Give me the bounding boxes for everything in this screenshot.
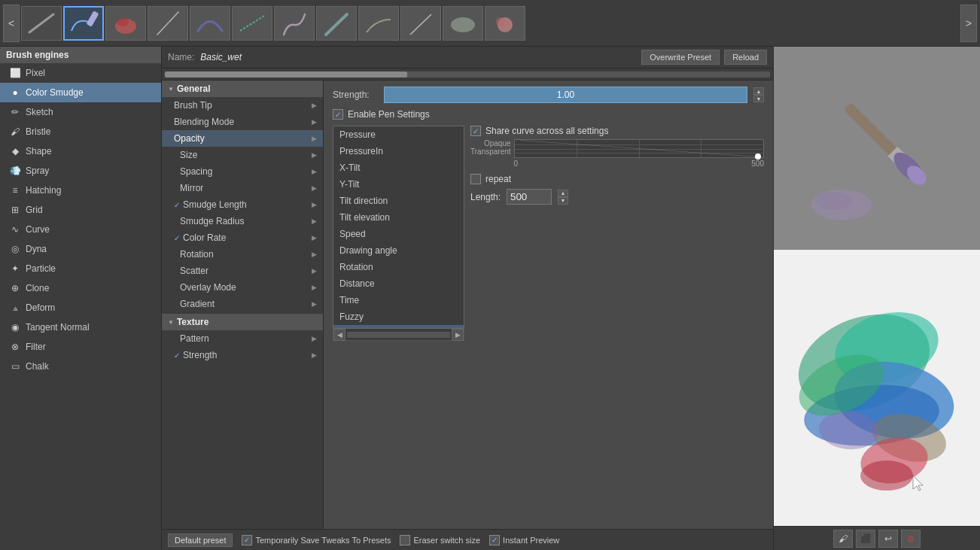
filter-icon: ⊗ [9, 341, 21, 353]
instant-preview-checkbox[interactable] [489, 535, 500, 545]
sidebar-item-sketch[interactable]: ✏ Sketch [0, 102, 161, 122]
length-input[interactable] [507, 189, 552, 205]
input-x-tilt[interactable]: X-Tilt [333, 160, 464, 176]
sidebar-item-dyna[interactable]: ◎ Dyna [0, 239, 161, 259]
sidebar-item-label-pixel: Pixel [26, 68, 45, 78]
settings-item-gradient[interactable]: Gradient ▶ [162, 296, 323, 312]
strength-slider[interactable]: 1.00 [384, 87, 747, 103]
scroll-left-arrow[interactable]: ◀ [333, 329, 345, 341]
brush-preset-11[interactable] [443, 6, 483, 41]
length-spin-down[interactable]: ▼ [558, 197, 568, 205]
brush-preset-7[interactable] [274, 6, 315, 41]
repeat-checkbox[interactable] [470, 174, 481, 184]
input-tilt-direction[interactable]: Tilt direction [333, 193, 464, 209]
settings-item-opacity[interactable]: Opacity ▶ [162, 130, 323, 147]
brush-preset-10[interactable] [400, 6, 441, 41]
temp-save-checkbox[interactable] [242, 535, 252, 545]
brush-presets-right-arrow[interactable]: > [960, 5, 977, 42]
sidebar-item-curve[interactable]: ∿ Curve [0, 220, 161, 239]
sidebar-item-bristle[interactable]: 🖌 Bristle [0, 122, 161, 141]
settings-item-smudge-radius[interactable]: Smudge Radius ▶ [162, 213, 323, 229]
scroll-thumb[interactable] [165, 71, 407, 77]
sidebar-item-chalk[interactable]: ▭ Chalk [0, 357, 161, 376]
brush-preset-1[interactable] [21, 6, 62, 41]
length-row: Length: ▲ ▼ [470, 189, 764, 205]
strength-spin-up[interactable]: ▲ [753, 87, 764, 95]
general-section-header[interactable]: ▼ General [162, 81, 323, 97]
svg-point-6 [451, 17, 475, 32]
curve-endpoint-dot[interactable] [755, 153, 761, 160]
sidebar-item-color-smudge[interactable]: ● Color Smudge [0, 83, 161, 102]
settings-item-spacing[interactable]: Spacing ▶ [162, 163, 323, 180]
input-time[interactable]: Time [333, 292, 464, 308]
blending-mode-indicator: ▶ [312, 118, 317, 126]
settings-item-overlay-mode[interactable]: Overlay Mode ▶ [162, 279, 323, 296]
settings-item-blending-mode[interactable]: Blending Mode ▶ [162, 114, 323, 130]
brush-preset-4[interactable] [148, 6, 188, 41]
input-y-tilt[interactable]: Y-Tilt [333, 176, 464, 193]
instant-preview-check[interactable]: Instant Preview [489, 535, 559, 545]
panel-mirror-tool[interactable]: ↩ [878, 530, 898, 548]
input-drawing-angle[interactable]: Drawing angle [333, 242, 464, 259]
input-pressurein[interactable]: PressureIn [333, 143, 464, 160]
default-preset-button[interactable]: Default preset [168, 533, 233, 547]
panel-brush-tool[interactable]: 🖌 [833, 530, 853, 548]
smudge-length-check-icon: ✓ [174, 201, 180, 209]
brush-preset-5[interactable] [190, 6, 230, 41]
sidebar-item-clone[interactable]: ⊕ Clone [0, 278, 161, 298]
settings-item-size[interactable]: Size ▶ [162, 147, 323, 163]
sidebar-item-tangent-normal[interactable]: ◉ Tangent Normal [0, 318, 161, 337]
settings-item-pattern[interactable]: Pattern ▶ [162, 330, 323, 347]
overwrite-preset-button[interactable]: Overwrite Preset [641, 50, 720, 65]
strength-row: Strength: 1.00 ▲ ▼ [333, 87, 764, 103]
settings-item-mirror[interactable]: Mirror ▶ [162, 180, 323, 196]
sidebar-item-filter[interactable]: ⊗ Filter [0, 337, 161, 357]
sidebar-item-shape[interactable]: ◆ Shape [0, 141, 161, 161]
settings-item-color-rate[interactable]: ✓ Color Rate ▶ [162, 229, 323, 246]
brush-preset-2[interactable] [63, 6, 104, 41]
sidebar-item-deform[interactable]: ⟁ Deform [0, 298, 161, 318]
temp-save-check[interactable]: Temporarily Save Tweaks To Presets [242, 535, 391, 545]
settings-item-scatter[interactable]: Scatter ▶ [162, 263, 323, 279]
brush-presets-left-arrow[interactable]: < [3, 5, 20, 42]
input-list-scrollbar[interactable]: ◀ ▶ [333, 329, 464, 341]
settings-item-strength[interactable]: ✓ Strength ▶ [162, 347, 323, 363]
sidebar-item-hatching[interactable]: ≡ Hatching [0, 181, 161, 200]
sidebar-item-particle[interactable]: ✦ Particle [0, 259, 161, 278]
share-curve-checkbox[interactable] [470, 126, 481, 136]
sidebar-title: Brush engines [6, 50, 68, 60]
input-rotation[interactable]: Rotation [333, 259, 464, 275]
preview-top [774, 47, 980, 250]
brush-preset-8[interactable] [316, 6, 357, 41]
panel-no-brush-tool[interactable]: ⊘ [901, 530, 921, 548]
enable-pen-checkbox[interactable] [333, 109, 343, 120]
settings-item-smudge-length[interactable]: ✓ Smudge Length ▶ [162, 196, 323, 213]
input-distance[interactable]: Distance [333, 275, 464, 292]
settings-item-brush-tip[interactable]: Brush Tip ▶ [162, 97, 323, 114]
texture-section-header[interactable]: ▼ Texture [162, 314, 323, 330]
input-speed[interactable]: Speed [333, 226, 464, 242]
input-fuzzy[interactable]: Fuzzy [333, 308, 464, 325]
reload-button[interactable]: Reload [724, 50, 767, 65]
sidebar-item-spray[interactable]: 💨 Spray [0, 161, 161, 181]
curve-graph[interactable] [514, 139, 764, 158]
scroll-right-arrow[interactable]: ▶ [452, 329, 464, 341]
horizontal-scroll-row[interactable] [162, 68, 773, 81]
panel-rect-tool[interactable]: ⬛ [856, 530, 875, 548]
eraser-check[interactable]: Eraser switch size [400, 535, 480, 545]
brush-preset-9[interactable] [358, 6, 399, 41]
h-scroll-track[interactable] [347, 332, 450, 338]
brush-preset-3[interactable] [105, 6, 146, 41]
strength-spin-down[interactable]: ▼ [753, 95, 764, 102]
input-tilt-elevation[interactable]: Tilt elevation [333, 209, 464, 226]
sidebar-item-grid[interactable]: ⊞ Grid [0, 200, 161, 220]
brush-preset-12[interactable] [485, 6, 525, 41]
input-pressure[interactable]: Pressure [333, 126, 464, 143]
eraser-checkbox[interactable] [400, 535, 410, 545]
sidebar-item-pixel[interactable]: ⬜ Pixel [0, 63, 161, 83]
scroll-track[interactable] [165, 71, 770, 77]
length-spin-up[interactable]: ▲ [558, 190, 568, 197]
settings-item-rotation[interactable]: Rotation ▶ [162, 246, 323, 263]
brush-preset-6[interactable] [232, 6, 272, 41]
input-list[interactable]: Pressure PressureIn X-Tilt Y-Tilt Tilt d… [333, 126, 464, 329]
